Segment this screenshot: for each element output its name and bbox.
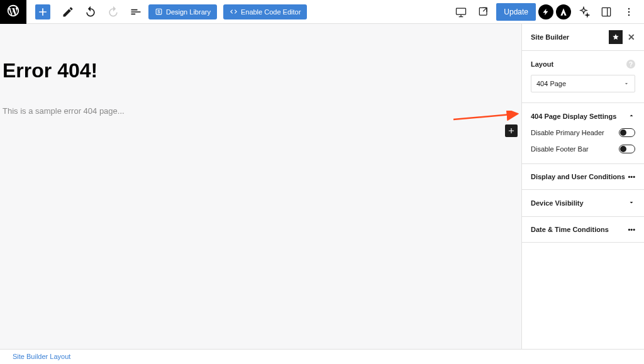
dots-icon: ••• [628, 226, 635, 233]
svg-point-6 [628, 8, 630, 9]
editor-canvas[interactable]: Error 404! This is a sample error 404 pa… [0, 24, 521, 349]
sidebar-toggle-button[interactable] [596, 2, 616, 22]
svg-text:S: S [157, 9, 160, 14]
layout-select-value: 404 Page [536, 80, 566, 87]
breadcrumb[interactable]: Site Builder Layout [13, 353, 70, 360]
redo-button[interactable] [103, 2, 123, 22]
svg-point-7 [628, 11, 630, 13]
undo-button[interactable] [80, 2, 101, 22]
update-button[interactable]: Update [496, 3, 536, 21]
edit-tool-button[interactable] [58, 2, 78, 22]
toolbar-right: Update [451, 2, 644, 22]
close-sidebar-button[interactable]: ✕ [625, 31, 638, 43]
add-block-button[interactable] [35, 4, 50, 19]
page-subtitle[interactable]: This is a sample error 404 page... [3, 106, 521, 116]
help-icon[interactable]: ? [626, 60, 635, 69]
display-settings-panel[interactable]: 404 Page Display Settings [522, 103, 644, 124]
view-desktop-button[interactable] [451, 2, 471, 22]
page-title[interactable]: Error 404! [3, 59, 521, 82]
toggle2-label: Disable Footer Bar [531, 145, 589, 153]
device-visibility-panel[interactable]: Device Visibility [522, 190, 644, 217]
sidebar-header: Site Builder ✕ [522, 24, 644, 51]
toggle-row-footer: Disable Footer Bar [522, 141, 644, 164]
toolbar-left: S Design Library Enable Code Editor [26, 2, 311, 22]
disable-header-toggle[interactable] [619, 128, 635, 137]
list-view-button[interactable] [126, 2, 146, 22]
editor-top-bar: S Design Library Enable Code Editor Upda… [0, 0, 644, 24]
disable-footer-toggle[interactable] [619, 145, 635, 153]
wordpress-logo[interactable] [0, 0, 26, 24]
preview-button[interactable] [474, 2, 494, 22]
astra-icon[interactable] [556, 4, 571, 19]
svg-point-8 [628, 14, 630, 16]
breadcrumb-bar: Site Builder Layout [0, 349, 644, 363]
design-library-label: Design Library [166, 8, 211, 16]
svg-rect-4 [602, 8, 610, 16]
panel-c-label: Date & Time Conditions [531, 226, 609, 233]
layout-select[interactable]: 404 Page [531, 75, 635, 92]
panel-a-label: Display and User Conditions [531, 173, 625, 180]
design-library-button[interactable]: S Design Library [148, 4, 217, 19]
layout-section: Layout ? 404 Page [522, 51, 644, 103]
display-conditions-panel[interactable]: Display and User Conditions ••• [522, 164, 644, 190]
enable-code-editor-button[interactable]: Enable Code Editor [223, 4, 307, 19]
chevron-down-icon [628, 199, 635, 207]
canvas-add-block-button[interactable] [505, 124, 518, 137]
layout-label: Layout [531, 60, 553, 68]
date-time-panel[interactable]: Date & Time Conditions ••• [522, 217, 644, 243]
panel-b-label: Device Visibility [531, 199, 584, 207]
chevron-down-icon [623, 80, 630, 87]
enable-code-label: Enable Code Editor [241, 8, 301, 16]
ai-sparkle-button[interactable] [574, 2, 594, 22]
chevron-up-icon [628, 112, 635, 121]
star-icon[interactable] [609, 30, 623, 44]
dots-icon: ••• [628, 173, 635, 180]
display-settings-label: 404 Page Display Settings [531, 113, 616, 120]
toggle-row-header: Disable Primary Header [522, 124, 644, 141]
settings-sidebar: Site Builder ✕ Layout ? 404 Page 404 Pag… [521, 24, 644, 349]
svg-rect-2 [457, 8, 466, 14]
more-options-button[interactable] [619, 2, 639, 22]
toggle1-label: Disable Primary Header [531, 129, 604, 136]
sidebar-title: Site Builder [531, 33, 569, 41]
spectra-icon[interactable] [538, 4, 553, 19]
main-area: Error 404! This is a sample error 404 pa… [0, 24, 644, 349]
